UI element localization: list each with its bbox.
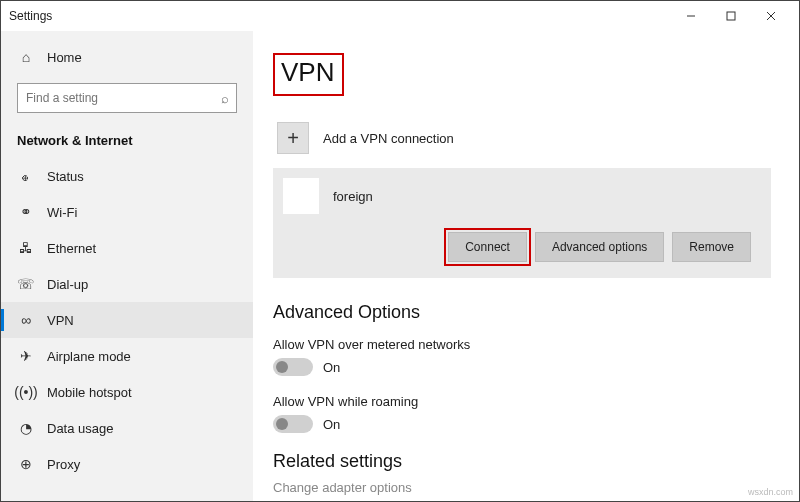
add-vpn-row[interactable]: + Add a VPN connection [273,116,771,168]
nav-label: Proxy [47,457,80,472]
search-input[interactable] [17,83,237,113]
content-pane: VPN + Add a VPN connection foreign Conne… [253,31,799,501]
toggle-metered[interactable] [273,358,313,376]
advanced-options-heading: Advanced Options [273,302,771,323]
nav-label: Mobile hotspot [47,385,132,400]
nav-home[interactable]: ⌂ Home [1,39,253,75]
nav-status[interactable]: 🜨 Status [1,158,253,194]
nav-label: Data usage [47,421,114,436]
nav-vpn[interactable]: ∞ VPN [1,302,253,338]
ethernet-icon: 🖧 [17,240,35,256]
maximize-button[interactable] [711,2,751,30]
close-button[interactable] [751,2,791,30]
window-title: Settings [9,9,52,23]
nav-label: Airplane mode [47,349,131,364]
advanced-options-button[interactable]: Advanced options [535,232,664,262]
toggle-roaming[interactable] [273,415,313,433]
proxy-icon: ⊕ [17,456,35,472]
minimize-button[interactable] [671,2,711,30]
sidebar-group-header: Network & Internet [1,127,253,158]
toggle-state: On [323,360,340,375]
nav-data-usage[interactable]: ◔ Data usage [1,410,253,446]
status-icon: 🜨 [17,168,35,184]
home-icon: ⌂ [17,49,35,65]
toggle-state: On [323,417,340,432]
nav-proxy[interactable]: ⊕ Proxy [1,446,253,482]
airplane-icon: ✈ [17,348,35,364]
vpn-connection-card[interactable]: foreign Connect Advanced options Remove [273,168,771,278]
related-settings-heading: Related settings [273,451,771,472]
nav-hotspot[interactable]: ((•)) Mobile hotspot [1,374,253,410]
nav-label: Status [47,169,84,184]
plus-icon: + [277,122,309,154]
titlebar: Settings [1,1,799,31]
remove-button[interactable]: Remove [672,232,751,262]
sidebar: ⌂ Home ⌕ Network & Internet 🜨 Status ⚭ W… [1,31,253,501]
nav-wifi[interactable]: ⚭ Wi-Fi [1,194,253,230]
connect-button[interactable]: Connect [448,232,527,262]
active-indicator [1,309,4,331]
nav-label: Ethernet [47,241,96,256]
option-label-metered: Allow VPN over metered networks [273,337,771,352]
connection-icon [283,178,319,214]
option-label-roaming: Allow VPN while roaming [273,394,771,409]
change-adapter-link[interactable]: Change adapter options [273,480,771,495]
connection-name: foreign [333,189,373,204]
dialup-icon: ☏ [17,276,35,292]
svg-rect-1 [727,12,735,20]
nav-ethernet[interactable]: 🖧 Ethernet [1,230,253,266]
nav-label: Wi-Fi [47,205,77,220]
nav-label: Home [47,50,82,65]
nav-label: Dial-up [47,277,88,292]
page-title: VPN [273,53,344,96]
nav-label: VPN [47,313,74,328]
nav-airplane[interactable]: ✈ Airplane mode [1,338,253,374]
search-icon: ⌕ [221,91,229,106]
add-vpn-label: Add a VPN connection [323,131,454,146]
data-usage-icon: ◔ [17,420,35,436]
wifi-icon: ⚭ [17,204,35,220]
hotspot-icon: ((•)) [17,384,35,400]
nav-dialup[interactable]: ☏ Dial-up [1,266,253,302]
vpn-icon: ∞ [17,312,35,328]
watermark: wsxdn.com [748,487,793,497]
